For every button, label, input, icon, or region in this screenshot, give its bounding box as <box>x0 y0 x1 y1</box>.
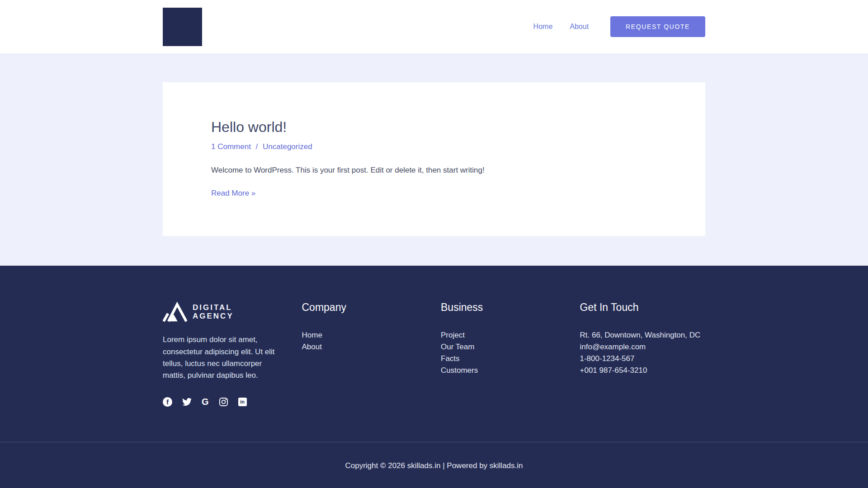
nav-item-about[interactable]: About <box>570 23 589 31</box>
post-title: Hello world! <box>211 118 657 136</box>
comments-link[interactable]: 1 Comment <box>211 142 251 151</box>
main-content: Hello world! 1 Comment / Uncategorized W… <box>0 53 868 266</box>
footer-link-about: About <box>302 341 428 353</box>
site-logo[interactable] <box>163 8 202 46</box>
footer-column-company: Company Home About <box>302 301 428 406</box>
footer-link-customers: Customers <box>441 365 566 376</box>
footer-link-our-team-anchor[interactable]: Our Team <box>441 343 474 351</box>
post-card: Hello world! 1 Comment / Uncategorized W… <box>163 82 705 236</box>
nav-item-home[interactable]: Home <box>533 23 553 31</box>
linkedin-icon[interactable]: in <box>238 398 247 406</box>
brand-text: DIGITAL AGENCY <box>193 303 234 321</box>
footer-link-home: Home <box>302 329 428 341</box>
footer-bottom-bar: Copyright © 2026 skillads.in | Powered b… <box>0 442 868 488</box>
mountain-logo-icon <box>163 301 187 322</box>
copyright-text: Copyright © 2026 skillads.in | Powered b… <box>0 461 868 470</box>
category-link[interactable]: Uncategorized <box>263 142 312 151</box>
footer-heading-company: Company <box>302 301 428 314</box>
footer-link-about-anchor[interactable]: About <box>302 343 322 351</box>
footer-brand-column: DIGITAL AGENCY Lorem ipsum dolor sit ame… <box>163 301 288 406</box>
site-header: Home About REQUEST QUOTE <box>0 0 868 53</box>
footer-link-project: Project <box>441 329 566 341</box>
contact-phone-1: 1-800-1234-567 <box>580 353 706 365</box>
footer-link-our-team: Our Team <box>441 341 566 353</box>
post-meta: 1 Comment / Uncategorized <box>211 141 657 153</box>
footer-brand: DIGITAL AGENCY <box>163 301 288 322</box>
facebook-icon[interactable]: f <box>163 397 172 407</box>
footer-description: Lorem ipsum dolor sit amet, consectetur … <box>163 334 281 381</box>
footer-heading-business: Business <box>441 301 566 314</box>
meta-separator: / <box>254 142 260 151</box>
social-links: f G in <box>163 397 288 407</box>
header-right: Home About REQUEST QUOTE <box>533 16 705 37</box>
footer-column-get-in-touch: Get In Touch Rt. 66, Downtown, Washingto… <box>580 301 706 406</box>
main-nav: Home About <box>533 23 589 31</box>
footer-link-project-anchor[interactable]: Project <box>441 331 465 339</box>
post-excerpt: Welcome to WordPress. This is your first… <box>211 164 657 176</box>
contact-address: Rt. 66, Downtown, Washington, DC <box>580 329 706 341</box>
footer-link-facts-anchor[interactable]: Facts <box>441 354 460 363</box>
brand-line-2: AGENCY <box>193 312 234 321</box>
twitter-icon[interactable] <box>182 397 192 407</box>
footer-heading-get-in-touch: Get In Touch <box>580 301 706 314</box>
brand-line-1: DIGITAL <box>193 303 234 312</box>
site-footer: DIGITAL AGENCY Lorem ipsum dolor sit ame… <box>0 266 868 488</box>
contact-email: info@example.com <box>580 341 706 353</box>
footer-link-customers-anchor[interactable]: Customers <box>441 366 478 375</box>
instagram-icon[interactable] <box>219 397 228 407</box>
read-more-link[interactable]: Read More » <box>211 189 255 198</box>
footer-link-facts: Facts <box>441 353 566 365</box>
google-icon[interactable]: G <box>202 397 209 406</box>
contact-phone-2: +001 987-654-3210 <box>580 365 706 376</box>
footer-link-home-anchor[interactable]: Home <box>302 331 322 339</box>
footer-column-business: Business Project Our Team Facts Customer… <box>441 301 566 406</box>
request-quote-button[interactable]: REQUEST QUOTE <box>610 16 705 37</box>
